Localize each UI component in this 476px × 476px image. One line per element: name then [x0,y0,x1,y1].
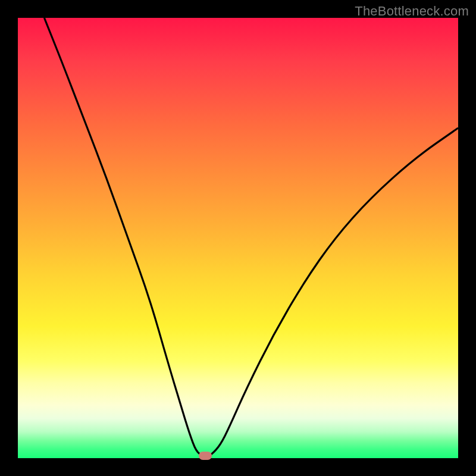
curve-path [44,18,458,456]
chart-frame: TheBottleneck.com [0,0,476,476]
plot-area [18,18,458,458]
watermark-text: TheBottleneck.com [355,4,469,19]
optimal-marker [199,452,212,460]
bottleneck-curve [18,18,458,458]
